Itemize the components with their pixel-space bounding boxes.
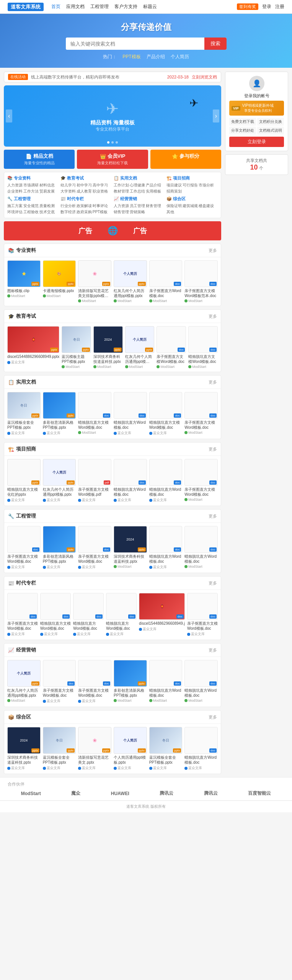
doc-card[interactable]: doc 蜡烛脱坑直方Word模板.doc 蓝众文库	[106, 593, 137, 637]
category-item[interactable]: 营销策略	[130, 209, 145, 215]
login-button[interactable]: 立刻登录	[229, 137, 284, 147]
doc-card[interactable]: 冬日 pptx 蓝沉模板全套全PPT模板.pptx 蓝众文库	[7, 392, 41, 436]
category-item[interactable]: 市场调研	[23, 183, 39, 188]
search-input[interactable]	[66, 38, 204, 50]
doc-card[interactable]: doc 蜡烛脱坑直方Word模板.doc 蓝众文库	[149, 526, 183, 570]
cta-premium-docs[interactable]: 📄 精品文档 海量专业性的精品	[4, 150, 75, 169]
doc-card[interactable]: doc 亲子抠图直方Word模板.doc ModStart	[149, 260, 183, 303]
category-item[interactable]: 幼儿学习	[60, 183, 76, 188]
category-item[interactable]: 楼盘建设	[199, 203, 214, 209]
category-item[interactable]: 安全规范	[23, 203, 39, 209]
category-item[interactable]: 数字经济	[60, 209, 76, 215]
category-item[interactable]: 企业资料	[7, 189, 23, 194]
category-item[interactable]: 教材管理	[114, 189, 129, 194]
category-item[interactable]: 初中学习	[77, 183, 92, 188]
doc-card[interactable]: doc 亲子抠图直方文模Word模板.doc ModStart	[157, 326, 186, 369]
category-item[interactable]: 技术交底	[39, 209, 55, 215]
section-more-link[interactable]: 更多	[209, 580, 217, 586]
doc-card[interactable]: 个人简历 pptx 红灰几何个人简历通用ppt模板.pptx ModStart	[125, 326, 155, 369]
doc-card[interactable]: doc 亲子抠图直方文模Word模板.doc 蓝众文库	[78, 660, 111, 704]
doc-card[interactable]: pdf 亲子抠图直方文模Word模板.pdf 蓝众文库	[78, 459, 111, 503]
quick-link-free[interactable]: 免费文档下载	[229, 118, 256, 126]
category-item[interactable]: 员工管理	[130, 203, 145, 209]
doc-card[interactable]: 🏮 pptx discel1544886296608949.pptx 蓝众文库	[7, 326, 59, 369]
doc-card[interactable]: pptx 多彩创意清新风格PPT模板.pptx 蓝众文库	[43, 526, 76, 570]
carousel-dot-2[interactable]	[111, 141, 114, 144]
doc-card[interactable]: doc 蜡烛脱坑直方Word模板.doc 蓝众文库	[149, 459, 183, 503]
category-item[interactable]: 财务管理	[146, 203, 161, 209]
nav-link-engineering[interactable]: 工程管理	[90, 3, 109, 10]
nav-link-cloud[interactable]: 标题云	[143, 3, 157, 10]
category-item[interactable]: 项目建议	[166, 183, 182, 188]
category-item[interactable]: 市场分析	[199, 183, 214, 188]
category-item[interactable]: 材料信息	[39, 183, 55, 188]
carousel-dot-3[interactable]	[116, 141, 118, 144]
doc-card[interactable]: 个人简历 pptx 个人简历通用ppt模板.pptx 蓝众文库	[114, 727, 147, 771]
category-item[interactable]: 工程验收	[23, 209, 39, 215]
category-item[interactable]: 质量检测	[39, 203, 55, 209]
doc-card[interactable]: 2024 pptx 深圳技术商务科技道蓝科技.pptx ModStart	[93, 326, 123, 369]
category-item[interactable]: 建筑城规	[183, 203, 198, 209]
category-item[interactable]: 工作方法	[23, 189, 39, 194]
vip-banner[interactable]: VIP VIP特权&更新外域 享受专业会员权利	[229, 101, 284, 116]
doc-card[interactable]: doc 亲子抠图直方文模Word模板.doc 蓝众文库	[43, 660, 76, 704]
category-item[interactable]: 施工方案	[7, 203, 23, 209]
doc-card[interactable]: 冬日 pptx 蓝沉模板全套全PPT模板.pptx 蓝众文库	[43, 727, 76, 771]
category-item[interactable]: 招商策划	[166, 189, 182, 194]
nav-link-support[interactable]: 客户方支持	[114, 3, 137, 10]
doc-card[interactable]: doc 亲子抠图直方文模Word模板.doc ModStart	[184, 459, 218, 503]
cta-vip[interactable]: 👑 会员VIP 海量文档轻松下载	[77, 150, 148, 169]
section-more-link[interactable]: 更多	[209, 513, 217, 519]
cta-points[interactable]: ⭐ 参与积分	[150, 150, 221, 169]
search-tag-product[interactable]: 产品介绍	[147, 54, 165, 60]
nav-login[interactable]: 登录	[262, 3, 271, 10]
doc-card[interactable]: pptx 多彩创意清新风格PPT模板.pptx ModStart	[114, 660, 147, 704]
doc-card[interactable]: 个人简历 pptx 红灰几何个人简历通用ppt模板.pptx ModStart	[7, 660, 41, 704]
section-more-link[interactable]: 更多	[209, 446, 217, 452]
ad-banner[interactable]: 广告 🌐 广告	[4, 221, 221, 240]
category-item[interactable]: 成人教育	[77, 189, 92, 194]
doc-card[interactable]: doc 蜡烛脱坑直方Word模板.doc 蓝众文库	[114, 459, 147, 503]
category-item[interactable]: 保险证明	[166, 203, 182, 209]
doc-card[interactable]: 2024 pptx 深圳技术商务科技道蓝科技.pptx 蓝众文库	[7, 727, 41, 771]
doc-card[interactable]: 2024 pptx 深圳技术商务科技道蓝科技.pptx ModStart	[114, 526, 147, 570]
search-tag-resume[interactable]: 个人简历	[171, 54, 189, 60]
category-item[interactable]: 工作计划	[114, 183, 129, 188]
doc-card[interactable]: doc 蜡烛脱坑直方Word模板.doc ModStart	[184, 660, 218, 704]
nav-link-docs[interactable]: 应用文档	[66, 3, 85, 10]
doc-card[interactable]: 个人简历 pptx 红灰几何个人简历通用ppt模板.pptx 蓝众文库	[43, 459, 76, 503]
carousel-dot-1[interactable]	[107, 141, 109, 144]
section-more-link[interactable]: 更多	[209, 314, 217, 319]
doc-card[interactable]: pptx 蜡烛脱坑直方文模化红的pptx 蓝众文库	[7, 459, 41, 503]
category-item[interactable]: 政府采购	[77, 209, 92, 215]
category-item[interactable]: 人力资源	[7, 183, 23, 188]
category-item[interactable]: 人力资源	[114, 203, 129, 209]
carousel-next-button[interactable]: ›	[213, 109, 219, 122]
doc-card[interactable]: doc 蜡烛脱坑直方文模Word模板.doc ModStart	[78, 392, 111, 436]
doc-card[interactable]: doc 亲子抠图直方文模Word模板.doc ModStart	[184, 392, 218, 436]
category-item[interactable]: 其他	[166, 209, 174, 215]
doc-card[interactable]: doc 亲子抠图直方文模Word模板.doc 蓝众文库	[78, 526, 111, 570]
doc-card[interactable]: doc 亲子抠图直方文模Word模板.doc 蓝众文库	[7, 526, 41, 570]
search-button[interactable]: 搜索	[204, 38, 227, 50]
section-more-link[interactable]: 更多	[209, 248, 217, 253]
doc-card[interactable]: 冬日 pptx 蓝沉模板全套全PPT模板.pptx 蓝众文库	[149, 727, 183, 771]
doc-card[interactable]: doc 亲子抠图直方文模Word模板.doc 蓝众文库	[7, 593, 38, 637]
category-item[interactable]: 销售管理	[114, 209, 129, 215]
nav-link-home[interactable]: 首页	[51, 3, 60, 10]
doc-card[interactable]: 🌸 pptx 清新排版写意花艺美文排版pptx模板.pptx ModStart	[78, 260, 111, 303]
category-item[interactable]: 可行报告	[183, 183, 198, 188]
category-item[interactable]: 贸易发展	[39, 189, 55, 194]
category-item[interactable]: PPT模板	[93, 209, 108, 215]
category-item[interactable]: 时事评论	[93, 203, 108, 209]
doc-card[interactable]: 个人简历 pptx 红灰几何个人简历通用ppt模板.pptx ModStart	[114, 260, 147, 303]
doc-card[interactable]: 🎨 pptx 卡通海报模板.pptx ModStart	[43, 260, 76, 303]
doc-card[interactable]: ⭐ pptx 图标模板.clip ModStart	[7, 260, 41, 303]
doc-card[interactable]: doc 蜡烛脱坑直方文模Word模板.doc ModStart	[188, 326, 218, 369]
login-prompt[interactable]: 登录我的帐号	[229, 93, 284, 99]
section-more-link[interactable]: 更多	[209, 647, 217, 653]
category-item[interactable]: 产品介绍	[146, 183, 161, 188]
search-tag-ppt[interactable]: PPT模板	[122, 54, 140, 60]
signin-badge[interactable]: 签到有奖	[237, 3, 258, 10]
doc-card[interactable]: doc 蜡烛脱坑直方Word模板.doc 蓝众文库	[73, 593, 104, 637]
